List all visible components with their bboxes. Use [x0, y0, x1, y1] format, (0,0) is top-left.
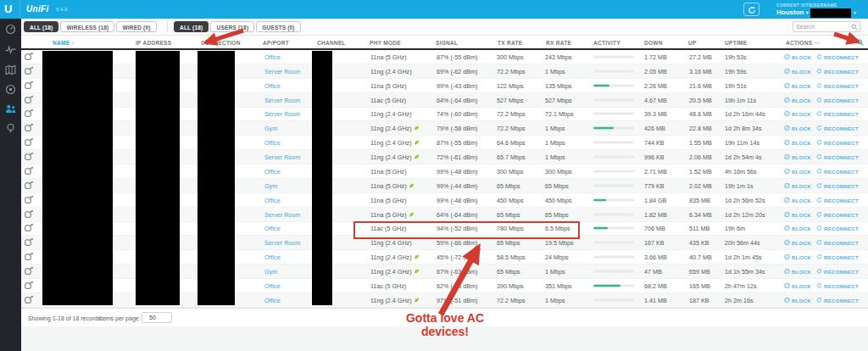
block-button[interactable]: BLOCK — [784, 197, 811, 203]
current-site-selector[interactable]: CURRENT SITE Houston ▾ — [776, 3, 812, 16]
tab-guests[interactable]: GUESTS (0) — [256, 21, 300, 32]
block-button[interactable]: BLOCK — [784, 154, 811, 160]
items-per-page-input[interactable] — [142, 312, 172, 323]
rx-rate-value: 6.5 Mbps — [545, 225, 570, 232]
client-device-icon — [25, 266, 34, 276]
column-header-channel[interactable]: CHANNEL — [317, 40, 346, 46]
ap-port-link[interactable]: Office — [264, 53, 281, 60]
block-button[interactable]: BLOCK — [784, 282, 811, 288]
column-header-up[interactable]: UP — [688, 40, 697, 46]
column-header-phy-mode[interactable]: PHY MODE — [370, 40, 401, 46]
customize-columns-icon[interactable] — [857, 39, 864, 46]
block-button[interactable]: BLOCK — [784, 211, 811, 217]
activity-bar — [593, 113, 634, 115]
ap-port-link[interactable]: Server Room — [264, 153, 300, 161]
ap-port-link[interactable]: Server Room — [264, 96, 300, 103]
tab-wired[interactable]: WIRED (0) — [116, 21, 156, 32]
tab-all-connection[interactable]: ALL (18) — [24, 21, 58, 32]
ap-port-link[interactable]: Server Room — [264, 110, 300, 118]
sidebar-item-dashboard[interactable] — [5, 23, 16, 34]
signal-value: 99% (-48 dBm) — [437, 167, 477, 175]
reconnect-button[interactable]: RECONNECT — [816, 53, 859, 59]
reconnect-button[interactable]: RECONNECT — [816, 269, 859, 275]
tab-wireless[interactable]: WIRELESS (18) — [60, 21, 114, 32]
reconnect-button[interactable]: RECONNECT — [816, 282, 859, 288]
ap-port-link[interactable]: Office — [264, 296, 281, 304]
signal-value: 99% (-43 dBm) — [437, 81, 477, 89]
ap-port-link[interactable]: Office — [264, 281, 281, 289]
block-icon — [784, 111, 790, 117]
reconnect-button[interactable]: RECONNECT — [816, 168, 859, 174]
sidebar-item-devices[interactable] — [5, 83, 16, 94]
reconnect-button[interactable]: RECONNECT — [816, 97, 859, 103]
reconnect-button[interactable]: RECONNECT — [816, 254, 859, 260]
block-button[interactable]: BLOCK — [784, 82, 811, 88]
sidebar-item-insights[interactable] — [5, 122, 16, 133]
column-header-name[interactable]: NAME ↑ — [53, 40, 75, 46]
block-button[interactable]: BLOCK — [784, 168, 811, 174]
reconnect-button[interactable]: RECONNECT — [816, 211, 859, 217]
sidebar-item-statistics[interactable] — [5, 43, 16, 54]
block-button[interactable]: BLOCK — [784, 269, 811, 275]
up-total-value: 6.34 MB — [689, 210, 712, 218]
reconnect-button[interactable]: RECONNECT — [816, 140, 859, 146]
reconnect-button[interactable]: RECONNECT — [816, 82, 859, 88]
phy-mode-value: 11ng (2.4 GHz) — [370, 139, 420, 147]
block-button[interactable]: BLOCK — [784, 140, 811, 146]
column-header-ip[interactable]: IP ADDRESS — [136, 40, 171, 46]
reconnect-button[interactable]: RECONNECT — [816, 197, 859, 203]
block-button[interactable]: BLOCK — [784, 240, 811, 246]
sidebar-item-clients[interactable] — [5, 103, 16, 114]
block-button[interactable]: BLOCK — [784, 97, 811, 103]
actions-more-icon[interactable]: ⋯ — [814, 40, 820, 46]
signal-value: 67% (-63 dBm) — [437, 268, 477, 276]
ap-port-link[interactable]: Office — [264, 254, 281, 261]
ap-port-link[interactable]: Office — [264, 139, 281, 147]
block-button[interactable]: BLOCK — [784, 254, 811, 260]
block-button[interactable]: BLOCK — [784, 68, 811, 74]
block-icon — [784, 182, 790, 188]
ap-port-link[interactable]: Server Room — [264, 67, 300, 75]
ap-port-link[interactable]: Gym — [264, 181, 277, 189]
tab-all-type[interactable]: ALL (18) — [174, 21, 209, 32]
block-button[interactable]: BLOCK — [784, 226, 811, 231]
reconnect-button[interactable]: RECONNECT — [816, 68, 859, 74]
column-header-activity[interactable]: ACTIVITY — [593, 40, 620, 46]
reconnect-button[interactable]: RECONNECT — [816, 182, 859, 188]
ap-port-link[interactable]: Server Room — [264, 210, 300, 218]
sidebar-item-map[interactable] — [5, 64, 16, 75]
column-header-ap-port[interactable]: AP/PORT — [263, 40, 289, 46]
rx-rate-value: 19.5 Mbps — [545, 239, 574, 247]
reconnect-button[interactable]: RECONNECT — [816, 240, 859, 246]
block-button[interactable]: BLOCK — [784, 125, 811, 131]
search-input[interactable] — [796, 22, 849, 31]
ap-port-link[interactable]: Office — [264, 81, 281, 89]
ap-port-link[interactable]: Office — [264, 225, 281, 232]
column-header-uptime[interactable]: UPTIME — [725, 40, 747, 46]
reconnect-button[interactable]: RECONNECT — [816, 297, 859, 303]
reconnect-button[interactable]: RECONNECT — [816, 125, 859, 131]
ap-port-link[interactable]: Gym — [264, 268, 277, 276]
reconnect-button[interactable]: RECONNECT — [816, 226, 859, 231]
block-button[interactable]: BLOCK — [784, 297, 811, 303]
tab-users[interactable]: USERS (18) — [210, 21, 254, 32]
column-header-signal[interactable]: SIGNAL — [436, 40, 458, 46]
column-header-rx-rate[interactable]: RX RATE — [546, 40, 571, 46]
ap-port-link[interactable]: Server Room — [264, 239, 300, 247]
reconnect-button[interactable]: RECONNECT — [816, 154, 859, 160]
reconnect-icon — [816, 182, 822, 188]
column-header-connection[interactable]: CONNECTION — [201, 40, 241, 46]
ap-port-link[interactable]: Office — [264, 167, 281, 175]
block-button[interactable]: BLOCK — [784, 53, 811, 59]
column-header-down[interactable]: DOWN — [644, 40, 663, 46]
ap-port-link[interactable]: Office — [264, 196, 281, 203]
block-button[interactable]: BLOCK — [784, 182, 811, 188]
down-total-value: 2.26 MB — [644, 81, 667, 89]
block-button[interactable]: BLOCK — [784, 111, 811, 117]
uptime-value: 1d 1h 55m 34s — [725, 268, 765, 276]
column-header-tx-rate[interactable]: TX RATE — [498, 40, 522, 46]
ap-port-link[interactable]: Gym — [264, 125, 277, 132]
user-menu[interactable]: USERNAME — [810, 3, 837, 8]
reconnect-button[interactable]: RECONNECT — [816, 111, 859, 117]
refresh-button[interactable] — [743, 3, 760, 16]
